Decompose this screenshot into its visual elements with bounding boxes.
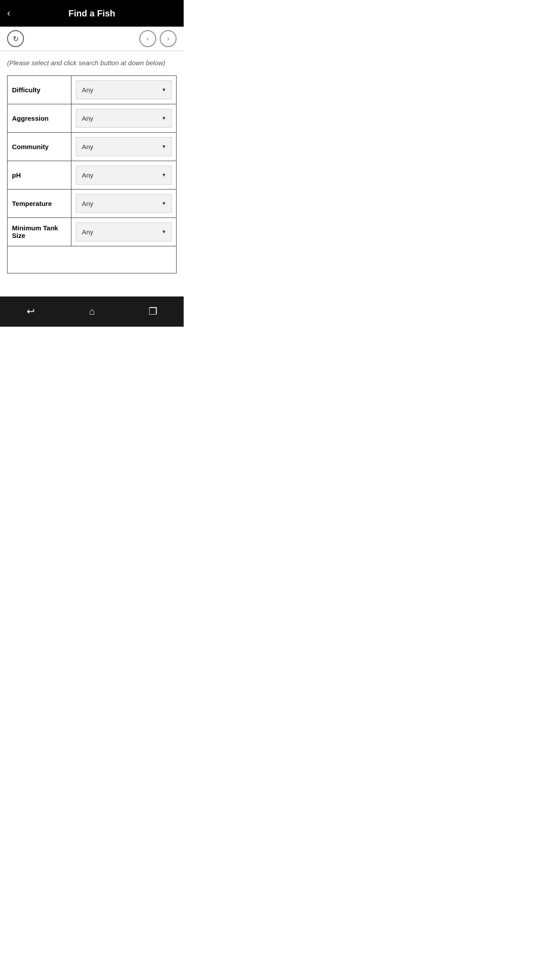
- back-button[interactable]: ‹: [7, 8, 10, 19]
- prev-button[interactable]: ‹: [139, 30, 156, 47]
- next-button[interactable]: ›: [160, 30, 177, 47]
- tank-size-select-wrapper: Any 5 gallons 10 gallons 20 gallons 30 g…: [76, 222, 172, 241]
- tank-size-select[interactable]: Any 5 gallons 10 gallons 20 gallons 30 g…: [76, 222, 172, 241]
- filter-control-ph: Any 6.0-6.5 6.5-7.0 7.0-7.5 7.5-8.0: [71, 161, 176, 189]
- aggression-select[interactable]: Any Peaceful Semi-Aggressive Aggressive: [76, 109, 172, 128]
- system-recents-button[interactable]: ❐: [143, 302, 163, 321]
- filter-row-temperature: Temperature Any 60-65°F 65-70°F 70-75°F …: [8, 190, 176, 218]
- content-area: (Please select and click search button a…: [0, 51, 184, 296]
- refresh-icon: ↻: [13, 35, 19, 43]
- temperature-select[interactable]: Any 60-65°F 65-70°F 70-75°F 75-80°F 80-8…: [76, 194, 172, 213]
- prev-icon: ‹: [147, 35, 149, 42]
- filter-label-ph: pH: [8, 161, 71, 189]
- system-back-icon: ↩: [27, 306, 35, 317]
- toolbar: ↻ ‹ ›: [0, 27, 184, 51]
- filter-row-community: Community Any Yes No: [8, 133, 176, 161]
- next-icon: ›: [167, 35, 169, 42]
- ph-select-wrapper: Any 6.0-6.5 6.5-7.0 7.0-7.5 7.5-8.0: [76, 166, 172, 185]
- difficulty-select[interactable]: Any Easy Medium Hard: [76, 80, 172, 99]
- bottom-nav: ↩ ⌂ ❐: [0, 296, 184, 327]
- filter-label-tank-size: Minimum Tank Size: [8, 218, 71, 246]
- filter-control-tank-size: Any 5 gallons 10 gallons 20 gallons 30 g…: [71, 218, 176, 246]
- filter-row-ph: pH Any 6.0-6.5 6.5-7.0 7.0-7.5 7.5-8.0: [8, 161, 176, 190]
- instruction-text: (Please select and click search button a…: [7, 58, 177, 68]
- aggression-select-wrapper: Any Peaceful Semi-Aggressive Aggressive: [76, 109, 172, 128]
- filter-label-difficulty: Difficulty: [8, 76, 71, 104]
- header: ‹ Find a Fish: [0, 0, 184, 27]
- system-home-icon: ⌂: [89, 306, 94, 317]
- filter-control-community: Any Yes No: [71, 133, 176, 161]
- filter-row-tank-size: Minimum Tank Size Any 5 gallons 10 gallo…: [8, 218, 176, 246]
- filter-table: Difficulty Any Easy Medium Hard Aggressi…: [7, 75, 177, 273]
- ph-select[interactable]: Any 6.0-6.5 6.5-7.0 7.0-7.5 7.5-8.0: [76, 166, 172, 185]
- filter-label-community: Community: [8, 133, 71, 161]
- system-back-button[interactable]: ↩: [21, 302, 40, 321]
- back-icon: ‹: [7, 8, 10, 19]
- filter-row-partial: [8, 246, 176, 273]
- filter-row-aggression: Aggression Any Peaceful Semi-Aggressive …: [8, 104, 176, 133]
- filter-label-aggression: Aggression: [8, 104, 71, 132]
- system-home-button[interactable]: ⌂: [82, 302, 102, 321]
- community-select-wrapper: Any Yes No: [76, 137, 172, 156]
- filter-label-temperature: Temperature: [8, 190, 71, 217]
- difficulty-select-wrapper: Any Easy Medium Hard: [76, 80, 172, 99]
- refresh-button[interactable]: ↻: [7, 30, 24, 47]
- filter-control-aggression: Any Peaceful Semi-Aggressive Aggressive: [71, 104, 176, 132]
- page-title: Find a Fish: [68, 8, 115, 19]
- filter-row-difficulty: Difficulty Any Easy Medium Hard: [8, 76, 176, 104]
- community-select[interactable]: Any Yes No: [76, 137, 172, 156]
- filter-control-temperature: Any 60-65°F 65-70°F 70-75°F 75-80°F 80-8…: [71, 190, 176, 217]
- system-recents-icon: ❐: [149, 306, 157, 317]
- temperature-select-wrapper: Any 60-65°F 65-70°F 70-75°F 75-80°F 80-8…: [76, 194, 172, 213]
- filter-control-difficulty: Any Easy Medium Hard: [71, 76, 176, 104]
